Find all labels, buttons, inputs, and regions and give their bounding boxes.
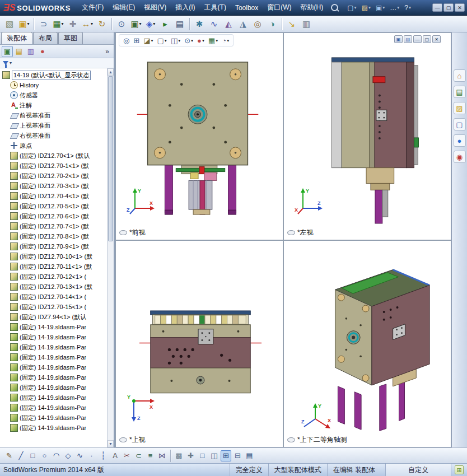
view-orientation-icon[interactable]: ▢	[156, 36, 169, 45]
tree-item[interactable]: 右视基准面	[0, 130, 114, 141]
instant3d-icon[interactable]: ↘	[285, 17, 298, 31]
panel-tab[interactable]: 草图	[58, 32, 83, 44]
viewport-next-window-icon[interactable]: ▤	[404, 35, 412, 43]
view-settings-icon[interactable]: ◔	[220, 36, 231, 45]
tree-scrollbar[interactable]: ▲ ▼	[107, 68, 114, 447]
spline-icon[interactable]: ∿	[74, 450, 85, 461]
viewport-close-button[interactable]: ✕	[432, 35, 441, 43]
shaded-sketch-contours-icon[interactable]: ▩	[174, 450, 184, 461]
save-icon[interactable]: ▣	[374, 3, 386, 12]
bill-of-materials-icon[interactable]: ▤	[173, 17, 186, 31]
link-views-icon[interactable]: ▤	[244, 450, 255, 461]
options-icon[interactable]: …	[388, 3, 401, 12]
clearance-verification-icon[interactable]: ◮	[236, 17, 250, 31]
tree-item[interactable]: (固定) IDZ12.70<1> (默认	[0, 151, 114, 161]
edit-appearance-icon[interactable]: ●	[195, 36, 206, 45]
tree-item[interactable]: 上视基准面	[0, 120, 114, 130]
tree-item[interactable]: (固定) 14-19.sldasm-Par	[0, 342, 114, 352]
tree-item[interactable]: (固定) IDZ12.70-6<1> (默	[0, 211, 114, 221]
viewport-left[interactable]: Y Z X *左视	[283, 32, 451, 240]
propertymanager-icon[interactable]: ▤	[13, 46, 25, 57]
apply-scene-icon[interactable]: ▦	[207, 36, 220, 45]
point-icon[interactable]: ∙	[86, 450, 97, 461]
sketch-icon[interactable]: ✎	[4, 450, 15, 461]
rotate-component-icon[interactable]: ↻	[95, 17, 109, 31]
zoom-fit-icon[interactable]: ◎	[122, 36, 131, 45]
tree-item[interactable]: (固定) IDZ12.70-11<1> (默	[0, 262, 114, 272]
viewport-minimize-button[interactable]: —	[413, 35, 422, 43]
filter-dropdown[interactable]: ▾	[3, 60, 12, 66]
featuremanager-tree-icon[interactable]: ▣	[2, 46, 13, 57]
help-icon[interactable]: ?	[403, 3, 413, 12]
restore-button[interactable]: ▢	[443, 3, 454, 12]
tree-item[interactable]: 原点	[0, 141, 114, 151]
search-icon[interactable]	[331, 4, 339, 12]
viewport-front[interactable]: Y X Z *前视	[115, 32, 283, 240]
viewport-isometric[interactable]: Y X Z *上下二等角轴测	[283, 240, 451, 447]
minimize-button[interactable]: —	[432, 3, 442, 12]
configurationmanager-icon[interactable]: ▥	[25, 46, 36, 57]
design-library-icon[interactable]: ▤	[454, 86, 466, 98]
menu-item[interactable]: Toolbox	[231, 0, 263, 15]
text-icon[interactable]: A	[110, 450, 120, 461]
panel-tab[interactable]: 装配体	[1, 32, 32, 44]
status-options-icon[interactable]: ⊞	[455, 465, 464, 474]
scroll-up-icon[interactable]: ▲	[108, 68, 114, 76]
menu-item[interactable]: 插入(I)	[171, 0, 199, 15]
trim-entities-icon[interactable]: ✂	[122, 450, 132, 461]
tree-item[interactable]: (固定) IDZ12.70-10<1> (默	[0, 251, 114, 262]
zoom-area-icon[interactable]: ⊞	[132, 36, 141, 45]
explode-line-sketch-icon[interactable]: ∿	[207, 17, 221, 31]
polygon-icon[interactable]: ◇	[63, 450, 73, 461]
two-view-vertical-icon[interactable]: ⊟	[232, 450, 243, 461]
rectangle-icon[interactable]: □	[27, 450, 38, 461]
hide-show-items-icon[interactable]: ⊙	[183, 36, 195, 45]
reference-geometry-icon[interactable]: ◈	[144, 17, 157, 31]
viewport-top[interactable]: X Z Y *上视	[115, 240, 283, 447]
menu-item[interactable]: 窗口(W)	[263, 0, 296, 15]
tree-item[interactable]: (固定) 14-19.sldasm-Par	[0, 352, 114, 362]
offset-entities-icon[interactable]: ≡	[145, 450, 156, 461]
menu-item[interactable]: 文件(F)	[77, 0, 108, 15]
tree-item[interactable]: (固定) IDZ12.70-9<1> (默	[0, 241, 114, 251]
tree-item[interactable]: 前视基准面	[0, 110, 114, 120]
tree-item[interactable]: (固定) 14-19.sldasm-Par	[0, 322, 114, 332]
edit-component-icon[interactable]: ▧	[3, 17, 16, 31]
section-view-icon[interactable]: ◪	[142, 36, 155, 45]
two-view-horizontal-icon[interactable]: ◫	[209, 450, 220, 461]
four-view-icon[interactable]: ⊞	[221, 450, 231, 461]
linear-component-pattern-icon[interactable]: ▦	[52, 17, 65, 31]
insert-components-icon[interactable]: ▣	[17, 17, 31, 31]
tree-item[interactable]: (固定) 14-19.sldasm-Par	[0, 403, 114, 413]
status-custom-tab[interactable]: 自定义	[385, 464, 451, 476]
tree-item[interactable]: 注解	[0, 100, 114, 110]
centerline-icon[interactable]: ┆	[98, 450, 109, 461]
tree-item[interactable]: (固定) IDZ12.70-8<1> (默	[0, 231, 114, 241]
single-view-icon[interactable]: □	[197, 450, 208, 461]
menu-item[interactable]: 工具(T)	[200, 0, 231, 15]
tree-item[interactable]: (固定) 14-19.sldasm-Par	[0, 372, 114, 382]
scroll-down-icon[interactable]: ▼	[108, 440, 114, 447]
tree-item[interactable]: (固定) IDZ12.70-2<1> (默	[0, 171, 114, 181]
file-explorer-icon[interactable]: ▨	[454, 102, 466, 114]
large-assembly-mode-icon[interactable]: ▥	[300, 17, 313, 31]
custom-properties-icon[interactable]: ◉	[454, 151, 466, 163]
assembly-features-icon[interactable]: ▣	[129, 17, 143, 31]
menu-item[interactable]: 视图(V)	[139, 0, 171, 15]
appearances-scenes-icon[interactable]: ●	[454, 134, 466, 147]
display-style-icon[interactable]: ◫	[169, 36, 182, 45]
tree-item[interactable]: History	[0, 80, 114, 90]
convert-entities-icon[interactable]: ⊂	[133, 450, 144, 461]
viewport-restore-button[interactable]: ▢	[423, 35, 431, 43]
menu-item[interactable]: 帮助(H)	[296, 0, 328, 15]
close-button[interactable]: ✕	[455, 3, 465, 12]
tree-item[interactable]: (固定) IDZ12.70-4<1> (默	[0, 191, 114, 201]
new-motion-study-icon[interactable]: ▸	[158, 17, 172, 31]
tree-item[interactable]: (固定) IDZ12.70-3<1> (默	[0, 181, 114, 191]
tree-item[interactable]: (固定) 14-19.sldasm-Par	[0, 332, 114, 342]
new-document-icon[interactable]: ▢	[345, 3, 358, 12]
displaymanager-icon[interactable]: ●	[37, 46, 48, 57]
move-component-icon[interactable]: ↔	[81, 17, 94, 31]
smart-fasteners-icon[interactable]: ✚	[66, 17, 80, 31]
tree-item[interactable]: (固定) IDZ12.70-13<1> (默	[0, 282, 114, 292]
